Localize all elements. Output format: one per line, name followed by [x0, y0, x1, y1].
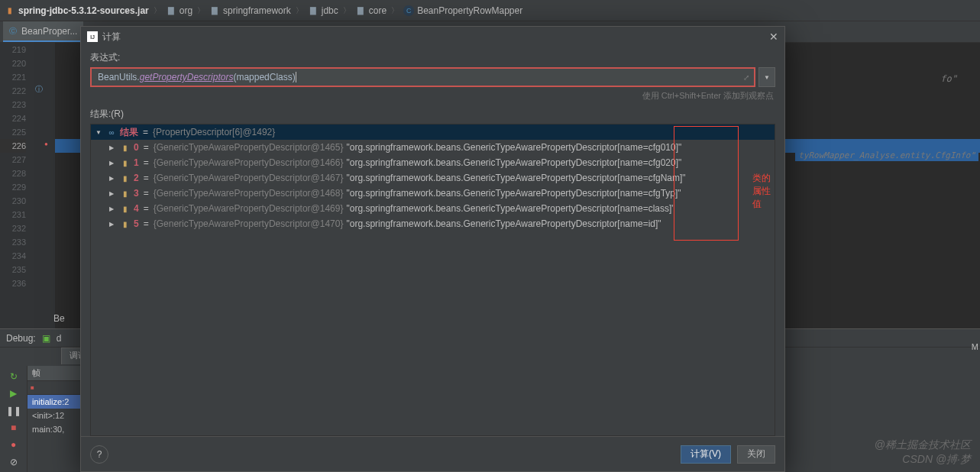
line-number[interactable]: 219 — [0, 43, 26, 57]
tree-index: 2 — [134, 173, 139, 183]
tree-item-row[interactable]: ▶ ▮ 4 = {GenericTypeAwarePropertyDescrip… — [91, 201, 775, 216]
tree-item-row[interactable]: ▶ ▮ 1 = {GenericTypeAwarePropertyDescrip… — [91, 155, 775, 170]
line-number[interactable]: 236 — [0, 276, 26, 290]
trailing-label: Be — [53, 313, 65, 324]
tree-item-row[interactable]: ▶ ▮ 0 = {GenericTypeAwarePropertyDescrip… — [91, 140, 775, 155]
debug-config-label: d — [57, 333, 62, 344]
field-icon: ▮ — [120, 174, 131, 183]
expand-icon[interactable]: ▶ — [109, 160, 117, 166]
result-tree[interactable]: ▼ ∞ 结果 = {PropertyDescriptor[6]@1492} 类的… — [90, 124, 775, 436]
line-number[interactable]: 235 — [0, 263, 26, 276]
expression-label: 表达式: — [90, 51, 775, 64]
line-number[interactable]: 231 — [0, 208, 26, 221]
crumb-jdbc[interactable]: ▇ jdbc — [308, 5, 338, 16]
debug-config-icon[interactable]: ▣ — [42, 333, 50, 344]
line-number[interactable]: 221 — [0, 70, 26, 84]
frames-label: 帧 — [32, 367, 40, 379]
intellij-icon: IJ — [87, 31, 98, 42]
crumb-springframework[interactable]: ▇ springframework — [209, 5, 291, 16]
line-gutter: 2192202212222232242252262272282292302312… — [0, 43, 32, 328]
dialog-footer: ? 计算(V) 关闭 — [81, 436, 784, 471]
line-number[interactable]: 224 — [0, 112, 26, 125]
watermark: @稀土掘金技术社区 CSDN @搏·梦 — [875, 438, 971, 467]
folder-icon: ▇ — [166, 5, 176, 16]
tree-index: 0 — [134, 142, 139, 153]
expand-icon[interactable]: ▶ — [109, 144, 117, 151]
tree-type: {GenericTypeAwarePropertyDescriptor@1467… — [154, 173, 344, 183]
line-number[interactable]: 220 — [0, 57, 26, 70]
evaluate-dialog: IJ 计算 ✕ 表达式: BeanUtils.getPropertyDescri… — [80, 26, 785, 472]
breadcrumb: ▮ spring-jdbc-5.3.12-sources.jar 〉 ▇ org… — [0, 0, 980, 21]
tree-value: "org.springframework.beans.GenericTypeAw… — [346, 142, 681, 153]
close-button[interactable]: 关闭 — [737, 445, 775, 464]
tab-label: BeanProper... — [21, 26, 77, 37]
field-icon: ▮ — [120, 144, 131, 152]
annotation-text: 类的属性值 — [752, 172, 775, 211]
class-icon: Ⓒ — [9, 26, 17, 37]
tree-value: "org.springframework.beans.GenericTypeAw… — [346, 203, 674, 214]
crumb-label: springframework — [223, 5, 291, 16]
pause-button[interactable]: ❚❚ — [5, 405, 22, 417]
tree-type: {GenericTypeAwarePropertyDescriptor@1470… — [154, 218, 344, 229]
line-number[interactable]: 233 — [0, 235, 26, 249]
collapse-icon[interactable]: ▼ — [95, 129, 103, 136]
line-number[interactable]: 230 — [0, 194, 26, 208]
line-number[interactable]: 234 — [0, 249, 26, 263]
tree-type: {GenericTypeAwarePropertyDescriptor@1466… — [154, 157, 344, 168]
editor-tab[interactable]: Ⓒ BeanProper... — [3, 21, 83, 42]
crumb-label: BeanPropertyRowMapper — [417, 5, 522, 16]
field-icon: ▮ — [120, 205, 131, 213]
crumb-core[interactable]: ▇ core — [355, 5, 387, 16]
right-label: M — [972, 342, 978, 351]
line-number[interactable]: 228 — [0, 166, 26, 180]
folder-icon: ▇ — [209, 5, 220, 16]
line-number[interactable]: 227 — [0, 153, 26, 166]
line-number[interactable]: 232 — [0, 221, 26, 235]
stop-button[interactable]: ■ — [5, 422, 22, 434]
close-icon[interactable]: ✕ — [769, 31, 778, 43]
crumb-label: core — [369, 5, 387, 16]
expand-icon[interactable]: ▶ — [109, 221, 117, 228]
breakpoint-icon[interactable]: ● — [44, 141, 48, 147]
crumb-org[interactable]: ▇ org — [166, 5, 192, 16]
resume-button[interactable]: ▶ — [5, 387, 22, 399]
tree-index: 3 — [134, 188, 139, 199]
view-breakpoints-button[interactable]: ● — [5, 438, 22, 451]
help-button[interactable]: ? — [90, 445, 108, 464]
dialog-titlebar[interactable]: IJ 计算 ✕ — [81, 27, 784, 47]
expression-input[interactable]: BeanUtils.getPropertyDescriptors(mappedC… — [90, 67, 755, 87]
tree-item-row[interactable]: ▶ ▮ 2 = {GenericTypeAwarePropertyDescrip… — [91, 170, 775, 186]
crumb-label: spring-jdbc-5.3.12-sources.jar — [18, 5, 149, 16]
crumb-sep: 〉 — [343, 5, 351, 16]
mute-breakpoints-button[interactable]: ⊘ — [5, 456, 22, 468]
history-dropdown[interactable]: ▼ — [758, 67, 775, 87]
expand-icon[interactable]: ▶ — [109, 190, 117, 197]
tree-type: {PropertyDescriptor[6]@1492} — [153, 127, 275, 137]
line-number[interactable]: 226 — [0, 139, 26, 153]
rerun-button[interactable]: ↻ — [5, 370, 22, 383]
evaluate-button[interactable]: 计算(V) — [681, 445, 731, 464]
crumb-sep: 〉 — [154, 5, 161, 16]
folder-icon: ▇ — [355, 5, 366, 16]
override-icon[interactable]: ⓘ — [35, 84, 43, 95]
expand-icon[interactable]: ▶ — [109, 205, 117, 212]
field-icon: ▮ — [120, 189, 131, 198]
tree-item-row[interactable]: ▶ ▮ 5 = {GenericTypeAwarePropertyDescrip… — [91, 216, 775, 231]
crumb-jar[interactable]: ▮ spring-jdbc-5.3.12-sources.jar — [5, 5, 149, 16]
tree-type: {GenericTypeAwarePropertyDescriptor@1465… — [154, 142, 344, 153]
line-number[interactable]: 222 — [0, 84, 26, 98]
debug-sidebar: ↻ ▶ ❚❚ ■ ● ⊘ — [0, 366, 27, 472]
expand-icon[interactable]: ▶ — [109, 175, 117, 182]
line-number[interactable]: 229 — [0, 180, 26, 194]
tree-root-row[interactable]: ▼ ∞ 结果 = {PropertyDescriptor[6]@1492} — [91, 124, 775, 140]
tree-item-row[interactable]: ▶ ▮ 3 = {GenericTypeAwarePropertyDescrip… — [91, 186, 775, 201]
thread-stop-icon: ■ — [31, 384, 34, 391]
result-label: 结果:(R) — [90, 108, 775, 121]
tree-key: 结果 — [120, 126, 138, 139]
expand-icon[interactable]: ⤢ — [743, 73, 749, 82]
link-icon: ∞ — [106, 128, 117, 137]
crumb-class[interactable]: C BeanPropertyRowMapper — [403, 5, 522, 16]
line-number[interactable]: 225 — [0, 125, 26, 139]
line-number[interactable]: 223 — [0, 98, 26, 112]
tree-index: 5 — [134, 218, 139, 229]
